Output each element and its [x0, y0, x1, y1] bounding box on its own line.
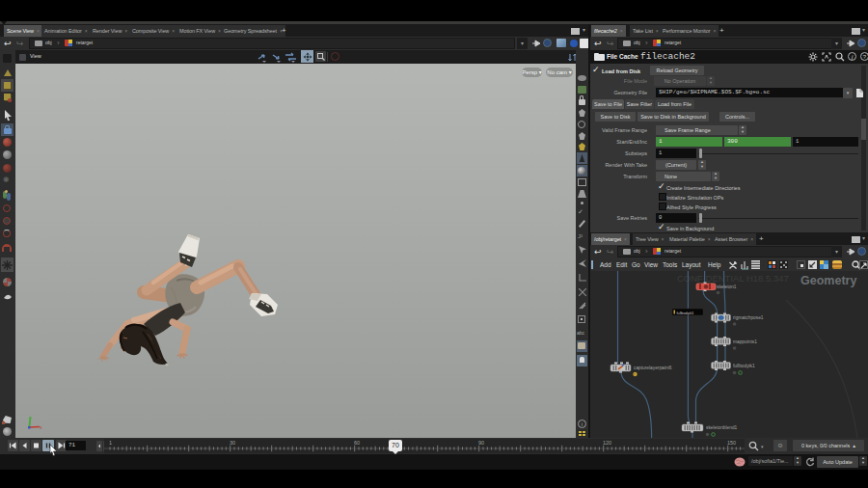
- svg-text:90: 90: [478, 440, 484, 446]
- svg-text:60: 60: [354, 440, 360, 446]
- svg-text:skeletonblend1: skeletonblend1: [706, 425, 738, 430]
- svg-text:120: 120: [603, 440, 611, 446]
- svg-text:1: 1: [109, 440, 112, 446]
- svg-text:mappoints1: mappoints1: [733, 339, 757, 344]
- svg-text:30: 30: [230, 440, 235, 446]
- svg-text:capturelayerpaint6: capturelayerpaint6: [634, 366, 672, 370]
- svg-text:150: 150: [727, 440, 736, 446]
- svg-text:fullbodyik1: fullbodyik1: [677, 312, 694, 315]
- svg-text:fullbodyik1: fullbodyik1: [733, 364, 755, 368]
- svg-text:skeleton1: skeleton1: [717, 285, 737, 289]
- svg-text:rigmatchpose1: rigmatchpose1: [733, 315, 764, 320]
- svg-text:x: x: [40, 424, 42, 430]
- svg-text:!: !: [634, 372, 635, 377]
